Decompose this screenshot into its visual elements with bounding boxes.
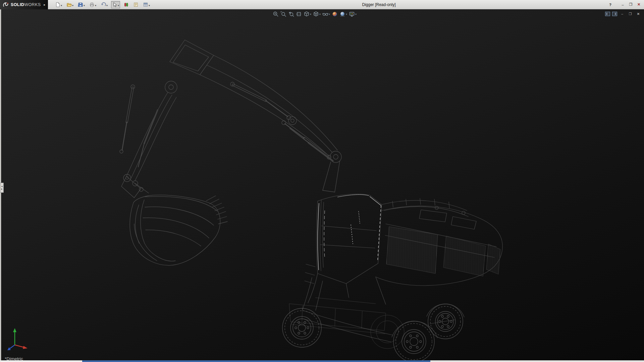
heads-up-view-toolbar: ▾ ▾ ▾ ▾ ▾ <box>273 11 357 17</box>
dropdown-caret[interactable]: ▾ <box>310 13 311 16</box>
new-document-icon <box>55 2 60 7</box>
standard-toolbar: ▾ ▾ ▾ ▾ ▾ ▾ <box>48 1 151 8</box>
dropdown-caret[interactable]: ▾ <box>329 13 330 16</box>
dropdown-caret[interactable]: ▾ <box>346 13 347 16</box>
solidworks-logo: SOLIDWORKS ▸ <box>0 0 48 9</box>
apply-scene-button[interactable]: ▾ <box>339 11 347 17</box>
title-bar: SOLIDWORKS ▸ ▾ ▾ ▾ ▾ ▾ <box>0 0 644 9</box>
edit-appearance-ball-icon <box>332 11 338 17</box>
apply-scene-sphere-icon <box>339 11 345 17</box>
document-minimize-button[interactable]: – <box>619 11 625 16</box>
new-button[interactable]: ▾ <box>54 1 63 8</box>
open-folder-icon <box>66 2 72 7</box>
model-bucket[interactable] <box>130 195 227 265</box>
file-properties-button[interactable] <box>132 1 140 8</box>
previous-view-button[interactable] <box>288 11 294 17</box>
minimize-button[interactable]: – <box>619 1 626 8</box>
model-wheels[interactable] <box>282 304 463 360</box>
printer-icon <box>89 2 95 7</box>
zoom-to-fit-icon <box>273 11 279 17</box>
section-view-button[interactable] <box>296 11 302 17</box>
view-orientation-label: *Dimetric <box>5 356 23 360</box>
zoom-to-area-icon <box>280 11 286 17</box>
undo-button[interactable]: ▾ <box>100 1 109 8</box>
splitter-left-arrow-icon[interactable]: ◂ <box>1 185 3 188</box>
section-view-icon <box>296 11 302 17</box>
options-button[interactable]: ▾ <box>142 1 151 8</box>
view-settings-icon <box>349 11 355 17</box>
left-pane-toggle-icon[interactable] <box>605 12 610 16</box>
status-strip-right <box>430 360 644 362</box>
zoom-to-fit-button[interactable] <box>273 11 279 17</box>
help-button[interactable]: ? <box>607 1 614 8</box>
previous-view-icon <box>288 11 294 17</box>
splitter-right-arrow-icon[interactable]: ▸ <box>1 188 3 190</box>
orientation-triad <box>3 324 31 352</box>
display-style-icon <box>313 11 319 17</box>
brand-text: SOLIDWORKS <box>11 2 41 7</box>
dropdown-caret[interactable]: ▾ <box>149 4 150 7</box>
display-style-button[interactable]: ▾ <box>313 11 321 17</box>
dropdown-caret[interactable]: ▾ <box>72 4 73 7</box>
model-wireframe-digger[interactable] <box>0 9 644 360</box>
dropdown-caret[interactable]: ▾ <box>61 4 62 7</box>
dropdown-caret[interactable]: ▾ <box>95 4 96 7</box>
dropdown-caret[interactable]: ▾ <box>106 4 108 7</box>
right-pane-toggle-icon[interactable] <box>612 12 617 16</box>
close-button[interactable]: ✕ <box>635 1 642 8</box>
open-button[interactable]: ▾ <box>65 1 74 8</box>
document-close-button[interactable]: ✕ <box>635 11 641 16</box>
document-window-controls: – ❐ ✕ <box>605 11 641 16</box>
save-floppy-icon <box>78 2 83 7</box>
xpress-tools-button[interactable] <box>122 1 130 8</box>
options-table-icon <box>143 2 148 7</box>
file-properties-icon <box>133 2 139 7</box>
document-title: Digger [Read-only] <box>151 2 607 7</box>
undo-arrow-icon <box>101 2 106 7</box>
zoom-to-area-button[interactable] <box>280 11 286 17</box>
menu-expand-arrow[interactable]: ▸ <box>44 3 45 6</box>
xpress-tools-icon <box>123 2 129 7</box>
taskbar-window-button[interactable] <box>82 360 430 362</box>
save-button[interactable]: ▾ <box>77 1 86 8</box>
model-cab-highlights <box>318 195 381 270</box>
maximize-button[interactable]: ❐ <box>627 1 634 8</box>
dropdown-caret[interactable]: ▾ <box>118 4 119 7</box>
panel-splitter-tab[interactable]: ◂ ▸ <box>0 183 4 193</box>
model-body[interactable] <box>303 194 502 342</box>
model-boom-arm[interactable] <box>120 40 341 198</box>
hide-show-items-glasses-icon <box>322 11 328 17</box>
edit-appearance-button[interactable] <box>332 11 338 17</box>
solidworks-logo-mark <box>2 1 9 8</box>
view-orientation-cube-icon <box>304 11 310 17</box>
view-orientation-button[interactable]: ▾ <box>304 11 311 17</box>
graphics-area[interactable]: ▾ ▾ ▾ ▾ ▾ <box>0 9 644 360</box>
status-strip <box>0 360 644 362</box>
view-settings-button[interactable]: ▾ <box>349 11 357 17</box>
status-strip-left <box>0 360 82 362</box>
solidworks-window: SOLIDWORKS ▸ ▾ ▾ ▾ ▾ ▾ <box>0 0 644 362</box>
dropdown-caret[interactable]: ▾ <box>84 4 85 7</box>
brand-solid: SOLID <box>11 2 24 7</box>
select-cursor-icon <box>112 2 117 7</box>
dropdown-caret[interactable]: ▾ <box>355 13 357 16</box>
brand-works: WORKS <box>24 2 41 7</box>
print-button[interactable]: ▾ <box>88 1 97 8</box>
window-controls: ? – ❐ ✕ <box>607 1 642 8</box>
document-restore-button[interactable]: ❐ <box>627 11 633 16</box>
dropdown-caret[interactable]: ▾ <box>319 13 321 16</box>
hide-show-items-button[interactable]: ▾ <box>322 11 330 17</box>
select-button[interactable]: ▾ <box>111 1 120 8</box>
